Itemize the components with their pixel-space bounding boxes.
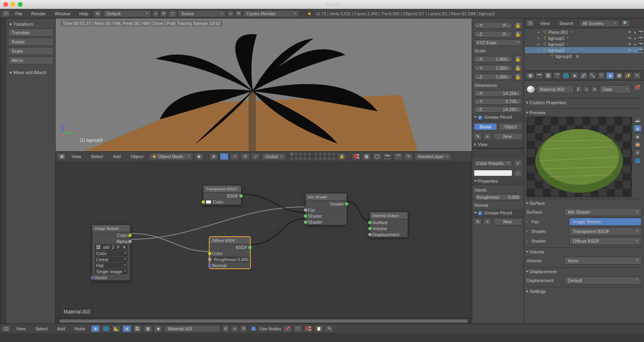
properties-panel[interactable]: Properties <box>472 177 524 185</box>
shader1-dropdown[interactable]: Transparent BSDF <box>569 227 642 235</box>
rotate-button[interactable]: Rotate <box>8 38 54 46</box>
lock-icon[interactable]: 🔓 <box>514 22 522 29</box>
outliner-editor-icon[interactable]: ☰ <box>526 20 535 27</box>
view3d-menu-view[interactable]: View <box>68 152 85 161</box>
displacement-dropdown[interactable]: Default <box>564 276 642 284</box>
material-name-field[interactable]: Material.003 <box>536 85 574 93</box>
scale-x-field[interactable]: X:1.000 <box>474 56 512 62</box>
interpolation-dropdown[interactable]: Linear <box>95 257 128 262</box>
snap-icon[interactable]: 🧲 <box>352 153 361 160</box>
view3d-menu-object[interactable]: Object <box>126 152 147 161</box>
scale-button[interactable]: Scale <box>8 47 54 55</box>
color-swatch[interactable] <box>474 170 512 176</box>
material-sphere-icon[interactable] <box>526 85 535 93</box>
material-remove-button[interactable]: ✕ <box>591 86 598 93</box>
restrict-icon[interactable]: 📷 <box>638 42 643 47</box>
outliner-row[interactable]: ▸▽Plane.001 ⚬👁▸📷 <box>525 29 643 35</box>
material-add-button[interactable]: + <box>231 325 238 332</box>
preset-remove-icon[interactable]: − <box>514 169 522 177</box>
source-dropdown[interactable]: Single Image <box>95 269 128 274</box>
outliner-row[interactable]: ▸▽bgroup2 ⚬👁▸📷 <box>525 41 643 47</box>
grease-pencil-panel[interactable]: ✓Grease Pencil <box>472 113 524 122</box>
fake-user-button[interactable]: F <box>575 86 582 93</box>
lock-layers-icon[interactable]: 🔒 <box>337 153 346 160</box>
link-dropdown[interactable]: Data <box>599 85 631 93</box>
shader2-dropdown[interactable]: Diffuse BSDF <box>569 237 642 245</box>
toolshelf-tabs[interactable] <box>0 19 6 323</box>
color-presets-dropdown[interactable]: Color Presets <box>474 160 512 167</box>
gp-add-icon[interactable]: + <box>483 133 491 140</box>
layer-buttons[interactable] <box>290 152 336 161</box>
move-attach-panel-header[interactable]: ▾ Move and Attach <box>8 68 54 77</box>
node-editor-icon[interactable]: ◫ <box>2 325 10 332</box>
back-to-previous-icon[interactable]: ⧉ <box>93 10 102 17</box>
fake-user-button[interactable]: F <box>222 325 229 332</box>
view-panel[interactable]: View <box>472 141 524 148</box>
gpencil-icon[interactable]: ✎ <box>325 325 334 332</box>
render-preview-icon[interactable]: 📷 <box>383 153 392 160</box>
restrict-icon[interactable]: 👁 <box>627 30 632 35</box>
preview-cube-icon[interactable]: ◈ <box>634 133 642 140</box>
preset-add-icon[interactable]: + <box>514 160 522 167</box>
remove-layout-button[interactable]: ✕ <box>160 10 167 17</box>
scene-browse-icon[interactable]: ▢ <box>168 10 177 17</box>
pivot-icon[interactable]: ⊕ <box>209 153 218 160</box>
restrict-icon[interactable]: ▸ <box>633 30 638 35</box>
rot-z-field[interactable]: Z:0° <box>474 31 512 37</box>
surface-dropdown[interactable]: Mix Shader <box>564 208 642 216</box>
rot-y-field[interactable]: Y:0° <box>474 22 512 29</box>
gp-new-button-2[interactable]: New <box>493 218 522 225</box>
viewport-shading-icon[interactable]: ◉ <box>195 153 204 160</box>
ctx-data-icon[interactable]: ▽ <box>597 72 605 79</box>
preview-world-icon[interactable]: 🌐 <box>634 157 642 164</box>
restrict-icon[interactable]: 📷 <box>638 36 643 41</box>
scale-z-field[interactable]: Z:1.000 <box>474 74 512 80</box>
node-image-texture[interactable]: Image Texture Color Alpha 🖼pal2F✕ Color … <box>92 225 130 281</box>
fac-dropdown[interactable]: Image Texture <box>569 218 642 226</box>
minimize-window-button[interactable] <box>10 2 15 7</box>
material-remove-button[interactable]: ✕ <box>240 325 247 332</box>
ctx-material-icon[interactable]: ◉ <box>606 72 614 79</box>
restrict-icon[interactable]: ▸ <box>633 36 638 41</box>
shader-type-world-icon[interactable]: 🌐 <box>101 325 110 332</box>
copy-icon[interactable]: 📋 <box>314 325 323 332</box>
preview-sphere-icon[interactable]: ◉ <box>634 125 642 132</box>
ctx-particles-icon[interactable]: ✨ <box>624 72 632 79</box>
properties-editor-icon[interactable]: ▦ <box>526 72 535 79</box>
ctx-modifiers-icon[interactable]: 🔧 <box>588 72 597 79</box>
volume-dropdown[interactable]: None <box>564 257 642 265</box>
gp-new-button[interactable]: New <box>493 133 522 140</box>
outliner-filter-dropdown[interactable]: All Scenes <box>579 20 619 27</box>
grease-pencil-panel-2[interactable]: ✓Grease Pencil <box>472 209 524 217</box>
colorspace-dropdown[interactable]: Color <box>95 251 128 256</box>
node-material-output[interactable]: Material Output Surface Volume Displacem… <box>369 212 408 238</box>
outliner-view-menu[interactable]: View <box>536 19 554 27</box>
dim-x-field[interactable]: X:14.154 <box>474 90 522 97</box>
material-browse-icon[interactable]: ◉ <box>154 325 163 332</box>
menu-help[interactable]: Help <box>75 10 93 18</box>
node-mix-shader[interactable]: Mix Shader Shader Fac Shader Shader <box>305 193 347 225</box>
gp-brush-icon[interactable]: ✎ <box>474 133 482 140</box>
restrict-icon[interactable]: 👁 <box>627 36 632 41</box>
restrict-icon[interactable]: ▸ <box>633 42 638 47</box>
ctx-physics-icon[interactable]: ⚛ <box>633 72 641 79</box>
proportional-icon[interactable]: ◯ <box>373 153 382 160</box>
tree-type-compositor-icon[interactable]: 🖼 <box>133 325 142 332</box>
render-anim-icon[interactable]: 🎬 <box>394 153 402 160</box>
manipulator-translate-icon[interactable]: ↗ <box>230 153 239 160</box>
3d-viewport[interactable]: Time:00:02.37 | Mem:30.74M, Peak:30.74M … <box>56 19 472 151</box>
gp-object-button[interactable]: Object <box>499 123 522 130</box>
pin-icon[interactable]: 📌 <box>283 325 292 332</box>
dim-z-field[interactable]: Z:14.242 <box>474 106 522 113</box>
mode-dropdown[interactable]: ◆Object Mode <box>149 153 193 160</box>
gp-add-icon[interactable]: + <box>483 218 491 225</box>
add-layout-button[interactable]: + <box>152 10 159 17</box>
scale-y-field[interactable]: Y:1.000 <box>474 65 512 71</box>
close-window-button[interactable] <box>3 2 8 7</box>
gp-brush-icon[interactable]: ✎ <box>474 218 482 225</box>
snap-type-icon[interactable]: ▦ <box>362 153 371 160</box>
tree-type-shader-icon[interactable]: ◉ <box>122 325 131 332</box>
menu-window[interactable]: Window <box>51 10 74 18</box>
view3d-menu-select[interactable]: Select <box>87 152 107 161</box>
node-transparent-bsdf[interactable]: Transparent BSDF BSDF Color <box>203 185 242 205</box>
